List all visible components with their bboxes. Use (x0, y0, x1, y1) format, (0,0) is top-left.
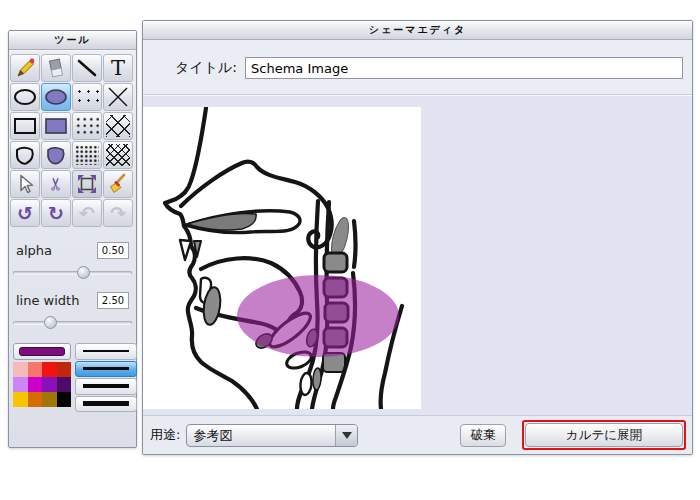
color-swatch[interactable] (42, 362, 57, 377)
expand-tool[interactable] (72, 170, 102, 198)
usage-dropdown-arrow-button[interactable] (335, 425, 357, 446)
rotate-right-icon: ↻ (48, 204, 64, 223)
rotate-left-icon: ↺ (17, 204, 33, 223)
select-tool[interactable] (10, 170, 40, 198)
oval-fill-icon (43, 86, 69, 108)
color-swatch-grid (13, 362, 71, 407)
oval-tool[interactable] (10, 83, 40, 111)
undo-icon: ↶ (79, 204, 95, 223)
crosshatch-dense-tool[interactable] (103, 141, 133, 169)
dots-medium-tool[interactable] (72, 112, 102, 140)
tool-grid: T (9, 50, 136, 229)
crosshatch-medium-icon (106, 115, 130, 137)
pencil-icon (13, 56, 37, 80)
editor-titlebar[interactable]: シェーマエディタ (143, 21, 692, 40)
color-swatch[interactable] (57, 362, 72, 377)
polygon-tool[interactable] (10, 141, 40, 169)
color-swatch[interactable] (28, 362, 43, 377)
color-swatch[interactable] (13, 392, 28, 407)
dots-sparse-tool[interactable] (72, 83, 102, 111)
line-sample (83, 367, 129, 370)
color-swatch[interactable] (28, 392, 43, 407)
crosshatch-medium-tool[interactable] (103, 112, 133, 140)
canvas-panel: {} (143, 95, 692, 416)
alpha-value[interactable]: 0.50 (97, 242, 129, 259)
pencil-tool[interactable] (10, 54, 40, 82)
color-swatch[interactable] (13, 377, 28, 392)
broom-icon (106, 172, 130, 196)
rotate-left-tool[interactable]: ↺ (10, 199, 40, 227)
polygon-icon (12, 143, 38, 167)
line-sample (83, 401, 129, 406)
schema-upper-tooth (180, 240, 191, 260)
schema-spine-line (354, 221, 356, 267)
discard-button[interactable]: 破棄 (460, 424, 506, 447)
dots-sparse-icon (75, 87, 99, 107)
expand-icon (75, 172, 99, 196)
color-swatch[interactable] (57, 392, 72, 407)
undo-tool[interactable]: ↶ (72, 199, 102, 227)
title-input[interactable] (245, 57, 683, 79)
text-tool[interactable]: T (103, 54, 133, 82)
clear-tool[interactable] (103, 170, 133, 198)
color-swatch[interactable] (57, 377, 72, 392)
color-swatch[interactable] (42, 392, 57, 407)
eraser-tool[interactable] (41, 54, 71, 82)
line-width-slider[interactable] (13, 315, 132, 329)
color-swatch[interactable] (28, 377, 43, 392)
line-style-list (75, 343, 137, 412)
dots-dense-icon (75, 145, 99, 165)
line-width-value[interactable]: 2.50 (97, 292, 129, 309)
line-style-medium[interactable] (75, 361, 137, 378)
expand-button-highlight: カルテに展開 (522, 420, 686, 450)
schema-cartilage-strip (312, 368, 322, 391)
line-icon (75, 56, 99, 80)
tool-palette-window: ツール T (8, 30, 137, 448)
dots-dense-tool[interactable] (72, 141, 102, 169)
schema-skull-base (181, 162, 332, 248)
palette-title: ツール (54, 33, 90, 47)
chevron-down-icon (342, 432, 352, 439)
alpha-slider-thumb[interactable] (77, 266, 90, 279)
color-swatch[interactable] (42, 377, 57, 392)
text-icon: T (111, 58, 125, 79)
line-width-slider-track (13, 321, 132, 325)
line-style-thickest[interactable] (75, 396, 137, 413)
editor-window-title: シェーマエディタ (369, 23, 467, 37)
rect-icon (12, 115, 38, 137)
alpha-slider-track (13, 271, 132, 275)
line-style-thin[interactable] (75, 343, 137, 360)
polygon-fill-tool[interactable] (41, 141, 71, 169)
alpha-slider[interactable] (13, 265, 132, 279)
title-field-label: タイトル: (175, 59, 237, 77)
palette-titlebar[interactable]: ツール (9, 31, 136, 50)
line-tool[interactable] (72, 54, 102, 82)
rect-fill-icon (43, 115, 69, 137)
schema-highlight-ellipse[interactable] (237, 275, 399, 357)
rotate-right-tool[interactable]: ↻ (41, 199, 71, 227)
line-width-slider-thumb[interactable] (44, 316, 57, 329)
rect-tool[interactable] (10, 112, 40, 140)
line-style-thick[interactable] (75, 378, 137, 395)
expand-button-label: カルテに展開 (566, 427, 642, 444)
alpha-label: alpha (16, 243, 52, 258)
usage-dropdown[interactable]: 参考図 (186, 424, 358, 447)
eraser-icon (44, 56, 68, 80)
schema-canvas[interactable]: {} (143, 107, 421, 409)
oval-fill-tool[interactable] (41, 83, 71, 111)
scissors-tool[interactable]: ✂ (41, 170, 71, 198)
line-sample (83, 350, 129, 352)
usage-dropdown-value: 参考図 (187, 425, 335, 446)
schema-vertebra (324, 253, 347, 272)
oval-icon (12, 86, 38, 108)
current-color-button[interactable] (13, 343, 71, 360)
color-swatch[interactable] (13, 362, 28, 377)
current-color-swatch (19, 347, 65, 356)
crosshatch-sparse-tool[interactable] (103, 83, 133, 111)
usage-label: 用途: (150, 426, 180, 444)
scissors-icon: ✂ (47, 176, 65, 191)
rect-fill-tool[interactable] (41, 112, 71, 140)
line-sample (83, 384, 129, 388)
expand-to-chart-button[interactable]: カルテに展開 (525, 423, 683, 447)
redo-tool[interactable]: ↷ (103, 199, 133, 227)
